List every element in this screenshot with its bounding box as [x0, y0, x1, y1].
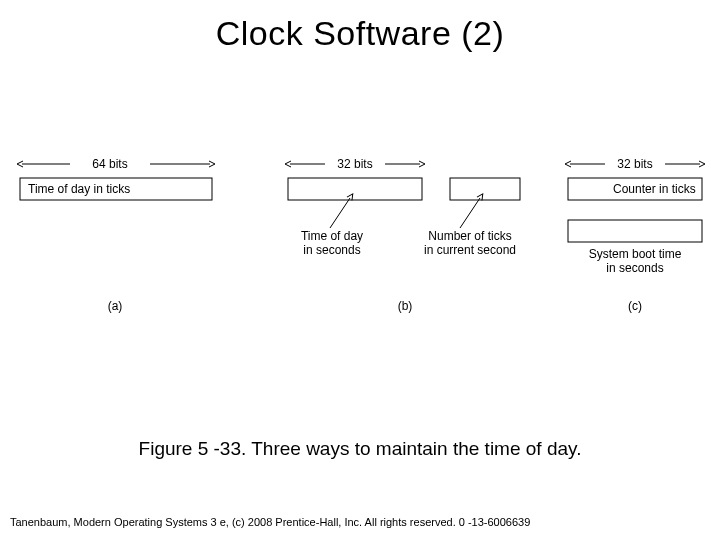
- panel-b: 32 bits Time of day in seconds Number of…: [288, 157, 520, 313]
- width-label-b: 32 bits: [337, 157, 372, 171]
- figure-caption: Figure 5 -33. Three ways to maintain the…: [0, 438, 720, 460]
- label-b-right-line2: in current second: [424, 243, 516, 257]
- label-b-right-line1: Number of ticks: [428, 229, 511, 243]
- figure-5-33: 64 bits Time of day in ticks (a) 32 bits: [10, 140, 710, 340]
- pointer-b-left: [330, 198, 350, 228]
- footer-credit: Tanenbaum, Modern Operating Systems 3 e,…: [10, 516, 530, 528]
- width-label-c: 32 bits: [617, 157, 652, 171]
- width-label-a: 64 bits: [92, 157, 127, 171]
- slide: Clock Software (2) 64 bits: [0, 0, 720, 540]
- panel-label-a: (a): [108, 299, 123, 313]
- page-title: Clock Software (2): [0, 14, 720, 53]
- panel-label-c: (c): [628, 299, 642, 313]
- panel-a: 64 bits Time of day in ticks (a): [20, 157, 212, 313]
- figure-svg: 64 bits Time of day in ticks (a) 32 bits: [10, 140, 710, 340]
- label-b-left-line2: in seconds: [303, 243, 360, 257]
- pointer-b-right: [460, 198, 480, 228]
- label-c-bottom-line2: in seconds: [606, 261, 663, 275]
- panel-label-b: (b): [398, 299, 413, 313]
- panel-c: 32 bits Counter in ticks System boot tim…: [568, 157, 702, 313]
- box-b-right: [450, 178, 520, 200]
- label-c-bottom-line1: System boot time: [589, 247, 682, 261]
- label-b-left-line1: Time of day: [301, 229, 363, 243]
- box-b-left: [288, 178, 422, 200]
- box-c-bottom: [568, 220, 702, 242]
- box-c-top-label: Counter in ticks: [613, 182, 696, 196]
- box-a-label: Time of day in ticks: [28, 182, 130, 196]
